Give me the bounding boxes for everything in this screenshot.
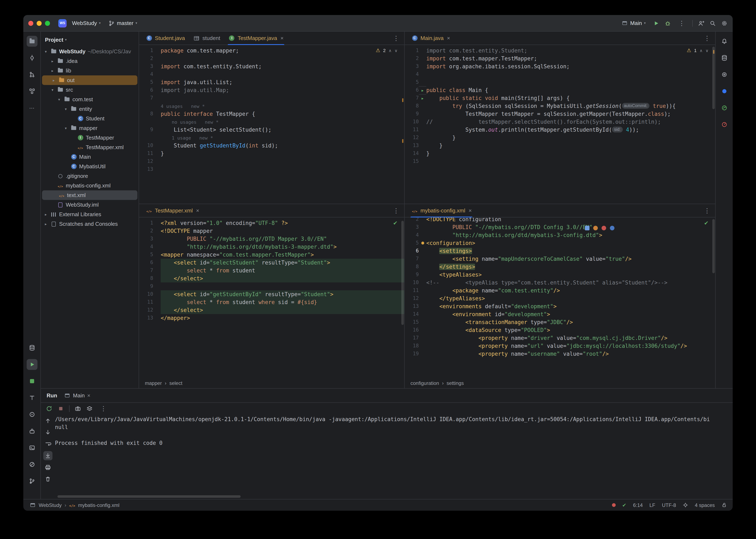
code-line[interactable]: 7 select * from student — [139, 267, 404, 274]
code-line[interactable]: 1<?xml version="1.0" encoding="UTF-8" ?> — [139, 219, 404, 227]
code-line[interactable]: 14 <environment id="development"> — [405, 310, 715, 318]
code-line[interactable]: 4 — [139, 70, 404, 78]
encoding-widget[interactable]: UTF-8 — [662, 502, 676, 508]
up-stack-trace-icon[interactable] — [43, 416, 52, 425]
dependencies-tool-button[interactable] — [27, 376, 37, 387]
code-with-me-icon[interactable] — [698, 20, 704, 27]
code-line[interactable]: 10 <select id="getStudentById" resultTyp… — [139, 290, 404, 298]
branch-selector[interactable]: master▾ — [106, 19, 139, 28]
tree-item-student[interactable]: CStudent — [41, 114, 139, 123]
chevron-right-icon[interactable] — [43, 222, 48, 226]
previous-problem-button[interactable] — [389, 48, 392, 53]
code-line[interactable]: 10 Student getStudentById(int sid); — [139, 142, 404, 150]
code-line[interactable]: 5<mapper namespace="com.test.mapper.Test… — [139, 251, 404, 259]
settings-gear-icon[interactable] — [721, 20, 728, 27]
todo-tool-button[interactable] — [27, 392, 37, 403]
version-control-tool-button[interactable] — [27, 476, 37, 487]
breadcrumb-item-mapper[interactable]: mapper — [145, 380, 162, 386]
code-line[interactable]: 19 <property name="username" value="root… — [405, 350, 715, 358]
code-line[interactable]: 4 "http://mybatis.org/dtd/mybatis-3-conf… — [405, 231, 715, 239]
tree-item-scratches-and-consoles[interactable]: Scratches and Consoles — [41, 219, 139, 229]
close-window-button[interactable] — [28, 21, 33, 26]
tree-item-idea[interactable]: .idea — [41, 56, 139, 66]
tree-item-text-xml[interactable]: text.xml — [42, 191, 137, 200]
warning-stripe-mark[interactable] — [402, 139, 403, 143]
chevron-down-icon[interactable] — [43, 49, 48, 53]
more-tools-button[interactable]: ⋯ — [27, 103, 37, 113]
horizontal-scrollbar-thumb[interactable] — [57, 495, 241, 498]
zoom-window-button[interactable] — [45, 21, 50, 26]
code-line[interactable]: 5 — [405, 78, 715, 86]
project-selector[interactable]: WebStudy▾ — [70, 19, 103, 28]
chevron-down-icon[interactable] — [50, 88, 55, 92]
structure-tool-button[interactable] — [27, 86, 37, 97]
persistence-tool-button[interactable] — [27, 343, 37, 353]
chevron-right-icon[interactable] — [50, 59, 55, 63]
code-line[interactable]: 7 — [139, 94, 404, 102]
breadcrumb-item-select[interactable]: select — [169, 380, 182, 386]
previous-problem-button[interactable] — [700, 48, 703, 53]
code-line[interactable]: 2<!DOCTYPE configuration — [405, 217, 715, 223]
editor-tab-student-java[interactable]: CStudent.java — [142, 32, 189, 45]
code-line[interactable]: 13 — [139, 165, 404, 173]
code-line[interactable]: 7 public static void main(String[] args)… — [405, 94, 715, 102]
minimize-window-button[interactable] — [36, 21, 41, 26]
database-tool-button[interactable] — [719, 52, 729, 63]
editor-tab-testmapper-java[interactable]: ITestMapper.java× — [224, 32, 288, 45]
run-configuration-selector[interactable]: Main▾ — [619, 19, 648, 28]
code-line[interactable]: 14} — [405, 150, 715, 157]
close-icon[interactable]: × — [280, 35, 284, 41]
inspections-widget[interactable]: 2 — [376, 47, 397, 53]
close-icon[interactable]: × — [468, 207, 472, 214]
warning-stripe-mark[interactable] — [402, 98, 403, 102]
code-line[interactable]: 1 usage new * — [139, 134, 404, 142]
status-file-name[interactable]: mybatis-config.xml — [78, 502, 119, 508]
unlock-icon[interactable] — [722, 502, 727, 508]
code-line[interactable]: 9 — [139, 282, 404, 290]
project-tool-button[interactable] — [27, 36, 37, 47]
rerun-button[interactable] — [46, 405, 52, 412]
camera-icon[interactable] — [75, 405, 81, 412]
code-line[interactable]: 3import com.test.entity.Student; — [139, 62, 404, 70]
breadcrumb-item-settings[interactable]: settings — [447, 380, 464, 386]
code-line[interactable]: 4 "http://mybatis.org/dtd/mybatis-3-mapp… — [139, 243, 404, 251]
code-line[interactable]: 5<configuration> — [405, 239, 715, 247]
chevron-right-icon[interactable] — [50, 68, 55, 73]
ai-assistant-tool-button[interactable] — [719, 86, 729, 97]
code-line[interactable]: 3 PUBLIC "-//mybatis.org//DTD Mapper 3.0… — [139, 235, 404, 243]
tree-item-external-libraries[interactable]: External Libraries — [41, 209, 139, 219]
code-line[interactable]: 13</mapper> — [139, 314, 404, 322]
code-line[interactable]: 15 — [405, 157, 715, 165]
code-line[interactable]: 3import org.apache.ibatis.session.SqlSes… — [405, 62, 715, 70]
tree-item-mybatis-config-xml[interactable]: mybatis-config.xml — [41, 181, 139, 191]
down-stack-trace-icon[interactable] — [43, 428, 52, 437]
code-line[interactable]: 12 — [139, 157, 404, 165]
code-line[interactable]: 6public class Main { — [405, 86, 715, 94]
code-line[interactable]: 17 <property name="driver" value="com.my… — [405, 334, 715, 342]
chevron-down-icon[interactable] — [57, 97, 62, 102]
crosshair-icon[interactable] — [683, 502, 688, 508]
tree-item-src[interactable]: src — [41, 85, 139, 95]
code-line[interactable]: 15 <transactionManager type="JDBC"/> — [405, 318, 715, 326]
code-line[interactable]: 8 try (SqlSession sqlSession = MybatisUt… — [405, 102, 715, 110]
code-line[interactable]: 11} — [139, 150, 404, 157]
framework-icon[interactable] — [610, 226, 614, 230]
code-line[interactable]: 2import com.test.mapper.TestMapper; — [405, 54, 715, 62]
build-tool-button[interactable] — [27, 426, 37, 436]
next-problem-button[interactable] — [394, 48, 397, 53]
code-line[interactable]: 5import java.util.List; — [139, 78, 404, 86]
chevron-right-icon[interactable] — [51, 78, 56, 82]
tree-item-testmapper-xml[interactable]: TestMapper.xml — [41, 142, 139, 152]
code-line[interactable]: 11 <package name="com.test.entity"/> — [405, 286, 715, 294]
code-line[interactable]: 6 <settings> — [405, 247, 715, 255]
terminal-tool-button[interactable] — [27, 442, 37, 453]
inspections-widget[interactable]: 1 — [687, 47, 709, 53]
tree-item-main[interactable]: CMain — [41, 152, 139, 162]
code-line[interactable]: 12 </typeAliases> — [405, 294, 715, 302]
tree-item-com-test[interactable]: com.test — [41, 95, 139, 104]
breadcrumb-item-configuration[interactable]: configuration — [410, 380, 439, 386]
inspections-widget[interactable] — [704, 220, 709, 226]
code-line[interactable]: 11 System.out.println(testMapper.getStud… — [405, 126, 715, 134]
code-line[interactable]: 9 List<Student> selectStudent(); — [139, 126, 404, 134]
scrollbar-thumb[interactable] — [712, 47, 715, 109]
